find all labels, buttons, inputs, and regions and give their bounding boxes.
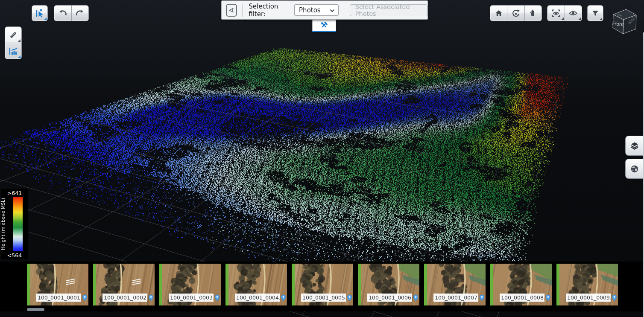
undo-redo-group [54,5,89,21]
photo-filename: 100_0001_0004.J... [235,294,280,302]
legend-min-value: <564 [1,252,28,259]
height-legend: >641 <564 Height (m above MSL) [1,189,28,259]
orbit-button[interactable] [507,6,524,21]
statistics-tool-button[interactable] [5,43,21,59]
photo-filename: 100_0001_0006.J... [367,294,412,302]
location-pin-icon[interactable] [148,294,154,301]
location-pin-icon[interactable] [281,294,286,301]
location-pin-icon[interactable] [347,294,352,301]
photo-thumbnail[interactable]: 100_0001_0009.J... [556,264,618,305]
photo-thumbnail[interactable]: 100_0001_0005.J... [292,264,353,305]
photo-filmstrip: 100_0001_0001.J...100_0001_0002.J...100_… [0,262,644,311]
orbit-icon [512,9,520,17]
tool-options-triangle [561,17,564,20]
zoom-on-selection-eye-icon [551,9,561,18]
view-cube[interactable]: Top Front Right [607,5,640,38]
statistics-chart-icon [8,47,18,56]
photo-filename: 100_0001_0005.J... [301,294,346,302]
filter-button[interactable] [587,5,603,21]
photo-thumbnail[interactable]: 100_0001_0003.J... [159,264,221,305]
photo-selected-stripe [490,264,493,305]
select-associated-photos-button[interactable]: Select Associated Photos [350,4,427,16]
selection-filter-value: Photos [299,6,321,14]
globe-icon [629,164,640,174]
filmstrip-scrollbar-thumb[interactable] [27,308,44,311]
location-pin-icon[interactable] [479,294,485,301]
selection-filter-dropdown[interactable]: Photos [294,4,339,16]
select-tool-button[interactable] [32,5,48,21]
zoom-on-selection-button[interactable] [547,6,565,21]
photo-thumbnail[interactable]: 100_0001_0006.J... [358,264,419,305]
legend-color-ramp [13,197,23,251]
photo-selected-stripe [225,264,228,305]
layers-icon [629,141,640,151]
location-pin-icon[interactable] [413,294,419,301]
tool-options-triangle [18,39,20,42]
undo-icon [58,9,67,18]
basemap-globe-button[interactable] [625,159,643,179]
selection-toolbar: Selection filter: Photos Select Associat… [221,0,428,20]
measure-ruler-icon [9,30,18,40]
visibility-button[interactable] [565,6,582,21]
visibility-eye-icon [568,9,578,18]
redo-icon [75,9,85,18]
view-controls-group [490,5,542,21]
home-view-button[interactable] [490,6,507,21]
redo-button[interactable] [71,6,89,21]
photo-selected-stripe [159,264,162,305]
layers-panel-button[interactable] [625,136,643,156]
photo-filename: 100_0001_0003.J... [169,294,214,302]
photo-thumbnail[interactable]: 100_0001_0001.J... [27,264,88,305]
divider [242,4,243,17]
tool-options-triangle [600,17,602,20]
photo-filename: 100_0001_0001.J... [36,294,81,302]
undo-button[interactable] [54,6,71,21]
legend-max-value: >641 [1,190,28,196]
select-tool-icon [35,8,45,18]
location-pin-icon[interactable] [214,294,220,301]
location-pin-icon[interactable] [612,294,617,301]
filter-funnel-icon [591,9,600,17]
tools-tab-active-underline [312,31,336,32]
tool-options-triangle [18,55,20,58]
tool-options-triangle [578,17,581,20]
selection-filter-label: Selection filter: [249,3,290,18]
photo-selected-stripe [358,264,361,305]
location-pin-icon[interactable] [82,294,88,301]
photo-thumbnail[interactable]: 100_0001_0004.J... [225,264,287,305]
photo-selected-stripe [424,264,427,305]
tools-tab[interactable] [312,20,336,31]
photo-filename: 100_0001_0008.J... [500,294,544,302]
pan-hand-icon [529,9,537,17]
chevron-down-icon [330,9,335,12]
home-icon [495,9,503,17]
photo-filename: 100_0001_0002.J... [102,294,147,302]
tools-icon [320,21,328,29]
photo-thumbnail[interactable]: 100_0001_0007.J... [424,264,486,305]
location-pin-icon[interactable] [545,294,551,301]
measure-tool-button[interactable] [5,27,21,43]
legend-axis-title: Height (m above MSL) [0,197,7,251]
photo-selected-stripe [93,264,96,305]
panel-collapse-button[interactable] [226,4,237,17]
left-tools-group [5,26,22,59]
photo-selected-stripe [556,264,559,305]
photo-selected-stripe [27,264,30,305]
tool-options-triangle [44,17,47,20]
photo-thumbnail[interactable]: 100_0001_0008.J... [490,264,552,305]
photo-thumbnail[interactable]: 100_0001_0002.J... [93,264,155,305]
visibility-controls-group [547,5,582,21]
panel-collapse-icon [228,7,235,14]
photo-filename: 100_0001_0009.J... [566,294,611,302]
pan-button[interactable] [524,6,542,21]
photo-filename: 100_0001_0007.J... [433,294,478,302]
photo-selected-stripe [292,264,295,305]
